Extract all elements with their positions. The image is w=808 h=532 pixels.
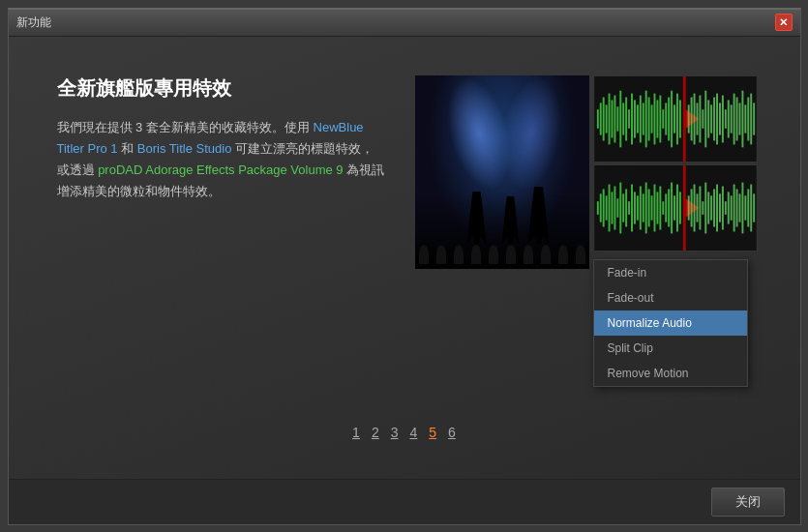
page-3[interactable]: 3: [391, 425, 399, 440]
svg-rect-52: [741, 90, 743, 147]
svg-rect-100: [716, 184, 718, 231]
svg-rect-90: [687, 195, 689, 220]
svg-rect-59: [599, 193, 601, 222]
menu-item-normalize-audio[interactable]: Normalize Audio: [594, 310, 747, 336]
main-window: 新功能 ✕ 全新旗艦版專用特效 我們現在提供 3 套全新精美的收藏特效。使用 N…: [8, 8, 801, 525]
window-title: 新功能: [16, 15, 51, 31]
svg-rect-64: [613, 186, 615, 229]
context-menu: Fade-in Fade-out Normalize Audio Split C…: [593, 259, 748, 387]
svg-rect-20: [650, 104, 652, 133]
svg-rect-18: [644, 90, 646, 147]
menu-item-split-clip[interactable]: Split Clip: [594, 336, 747, 361]
menu-item-fade-out[interactable]: Fade-out: [594, 285, 747, 310]
svg-rect-48: [730, 104, 732, 133]
text-section: 全新旗艦版專用特效 我們現在提供 3 套全新精美的收藏特效。使用 NewBlue…: [57, 66, 386, 405]
svg-rect-106: [733, 184, 734, 231]
svg-rect-113: [753, 193, 755, 222]
page-5[interactable]: 5: [429, 425, 436, 440]
svg-rect-8: [616, 106, 618, 131]
crowd-person: [506, 245, 516, 264]
waveform-bottom: [593, 164, 758, 251]
page-1[interactable]: 1: [352, 425, 360, 440]
waveform-top: [593, 75, 758, 163]
svg-rect-7: [613, 95, 615, 142]
crowd-person: [489, 245, 498, 264]
svg-rect-51: [738, 103, 740, 134]
menu-item-remove-motion[interactable]: Remove Motion: [594, 361, 747, 386]
svg-rect-30: [678, 100, 680, 137]
svg-rect-25: [665, 103, 667, 134]
svg-rect-37: [699, 95, 701, 142]
svg-rect-4: [605, 104, 607, 133]
svg-rect-10: [622, 103, 624, 134]
svg-rect-68: [625, 189, 627, 226]
crowd-person: [471, 245, 481, 264]
svg-rect-88: [682, 165, 685, 251]
svg-rect-21: [653, 93, 655, 144]
content-area: 全新旗艦版專用特效 我們現在提供 3 套全新精美的收藏特效。使用 NewBlue…: [9, 37, 800, 479]
footer: 关闭: [9, 479, 800, 524]
crowd-person: [419, 245, 429, 264]
svg-rect-56: [753, 103, 755, 134]
svg-rect-13: [631, 93, 633, 144]
menu-item-fade-in[interactable]: Fade-in: [594, 260, 747, 285]
svg-rect-70: [631, 184, 633, 231]
crowd-person: [558, 245, 568, 264]
svg-rect-91: [690, 189, 692, 226]
svg-rect-83: [668, 189, 670, 226]
svg-rect-34: [690, 97, 692, 140]
close-button[interactable]: 关闭: [711, 488, 785, 517]
svg-rect-15: [636, 104, 638, 133]
svg-rect-65: [616, 198, 618, 218]
window-close-button[interactable]: ✕: [775, 14, 793, 31]
crowd-person: [524, 245, 533, 264]
svg-rect-86: [675, 184, 677, 231]
svg-rect-72: [636, 195, 638, 220]
svg-rect-112: [750, 184, 752, 231]
svg-rect-17: [642, 103, 643, 134]
page-4[interactable]: 4: [410, 425, 418, 440]
svg-rect-101: [718, 193, 720, 222]
svg-rect-3: [602, 97, 604, 140]
pagination: 1 2 3 4 5 6: [57, 405, 752, 450]
page-6[interactable]: 6: [448, 425, 456, 440]
svg-rect-40: [707, 100, 709, 137]
waveform-svg-bottom: [594, 165, 757, 251]
svg-rect-93: [696, 193, 698, 222]
svg-rect-19: [647, 97, 649, 140]
svg-rect-111: [747, 189, 749, 226]
svg-rect-26: [668, 97, 670, 140]
waveform-svg-top: [594, 76, 757, 162]
svg-rect-82: [665, 193, 667, 222]
svg-rect-22: [656, 100, 658, 137]
crowd-person: [576, 245, 585, 264]
svg-rect-41: [710, 104, 712, 133]
svg-rect-99: [713, 189, 715, 226]
svg-rect-75: [644, 182, 646, 233]
svg-rect-14: [633, 100, 635, 137]
svg-rect-35: [693, 93, 695, 144]
boris-link[interactable]: Boris Title Studio: [137, 141, 232, 156]
svg-rect-95: [702, 201, 703, 215]
svg-rect-104: [727, 192, 729, 223]
svg-rect-85: [673, 195, 675, 220]
svg-rect-43: [716, 93, 718, 144]
svg-rect-103: [724, 201, 726, 215]
svg-rect-46: [724, 109, 726, 129]
svg-rect-38: [702, 109, 703, 129]
svg-rect-31: [682, 76, 685, 162]
svg-rect-92: [693, 184, 695, 231]
page-2[interactable]: 2: [372, 425, 379, 440]
prodad-link[interactable]: proDAD Adorage Effects Package Volume 9: [98, 163, 343, 177]
svg-rect-42: [713, 97, 715, 140]
svg-rect-69: [628, 201, 630, 215]
svg-rect-81: [662, 201, 664, 215]
stage-light-right: [493, 75, 570, 195]
svg-rect-55: [750, 93, 752, 144]
svg-rect-84: [671, 182, 673, 233]
svg-rect-109: [741, 182, 743, 233]
svg-rect-24: [662, 109, 664, 129]
svg-rect-27: [671, 90, 673, 147]
svg-rect-11: [625, 97, 627, 140]
waveform-menu-section: Fade-in Fade-out Normalize Audio Split C…: [593, 75, 758, 387]
